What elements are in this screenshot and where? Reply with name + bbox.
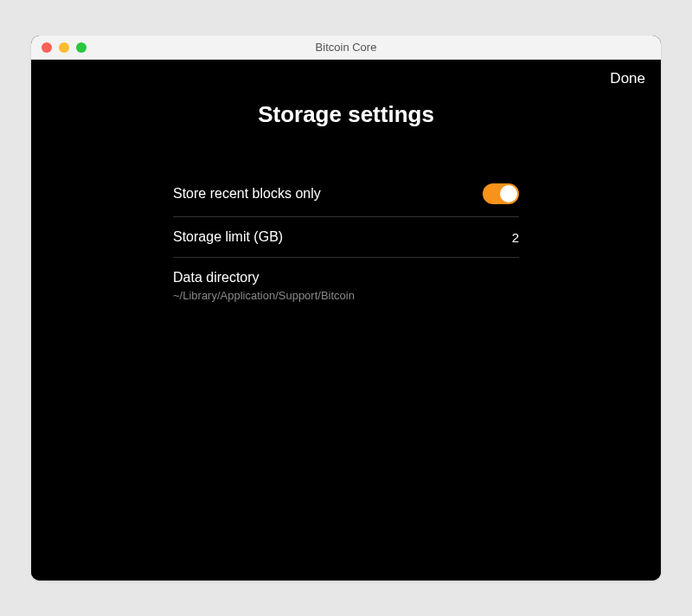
storage-limit-value: 2 [512,230,519,245]
store-recent-toggle[interactable] [483,183,519,204]
close-icon[interactable] [42,42,52,53]
setting-storage-limit[interactable]: Storage limit (GB) 2 [173,217,519,258]
traffic-lights [31,42,86,53]
store-recent-label: Store recent blocks only [173,186,321,202]
titlebar: Bitcoin Core [31,35,661,60]
data-directory-path: ~/Library/Application/Support/Bitcoin [173,289,355,302]
toggle-knob-icon [500,185,517,202]
content-area: Done Storage settings Store recent block… [31,60,661,581]
app-window: Bitcoin Core Done Storage settings Store… [31,35,661,581]
settings-list: Store recent blocks only Storage limit (… [173,171,519,314]
setting-store-recent: Store recent blocks only [173,171,519,217]
minimize-icon[interactable] [59,42,69,53]
data-directory-label: Data directory [173,270,355,286]
storage-limit-label: Storage limit (GB) [173,229,283,245]
page-title: Storage settings [31,60,661,154]
done-button[interactable]: Done [610,70,645,87]
window-title: Bitcoin Core [31,41,661,54]
data-directory-col: Data directory ~/Library/Application/Sup… [173,270,355,302]
maximize-icon[interactable] [76,42,86,53]
setting-data-directory[interactable]: Data directory ~/Library/Application/Sup… [173,258,519,314]
